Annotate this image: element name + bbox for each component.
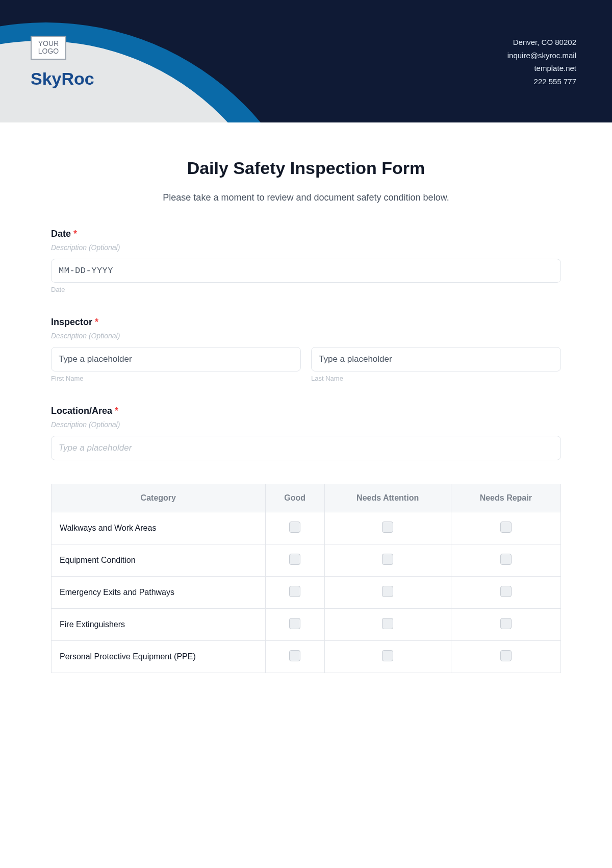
- date-input[interactable]: [51, 259, 561, 283]
- field-location: Location/Area * Description (Optional): [51, 406, 561, 460]
- contact-block: Denver, CO 80202 inquire@skyroc.mail tem…: [507, 36, 576, 88]
- field-inspector: Inspector * Description (Optional) First…: [51, 317, 561, 382]
- field-date: Date * Description (Optional) Date: [51, 229, 561, 293]
- table-row: Fire Extinguishers: [52, 609, 561, 641]
- checkbox-cell: [265, 609, 324, 641]
- checkbox-cell: [324, 544, 451, 577]
- contact-email: inquire@skyroc.mail: [507, 49, 576, 62]
- category-cell: Fire Extinguishers: [52, 609, 266, 641]
- date-label-text: Date: [51, 229, 71, 239]
- checkbox-cell: [451, 544, 560, 577]
- location-desc: Description (Optional): [51, 420, 561, 429]
- checkbox[interactable]: [289, 618, 300, 629]
- checkbox[interactable]: [500, 554, 512, 565]
- inspector-label-text: Inspector: [51, 317, 92, 327]
- checkbox[interactable]: [500, 618, 512, 629]
- category-cell: Equipment Condition: [52, 544, 266, 577]
- logo-text-line1: YOUR: [38, 39, 59, 47]
- table-row: Personal Protective Equipment (PPE): [52, 641, 561, 673]
- checkbox-cell: [265, 512, 324, 544]
- checkbox-cell: [265, 544, 324, 577]
- checkbox-cell: [265, 577, 324, 609]
- checkbox-cell: [451, 609, 560, 641]
- logo-placeholder: YOUR LOGO: [31, 36, 66, 60]
- category-cell: Personal Protective Equipment (PPE): [52, 641, 266, 673]
- checkbox[interactable]: [500, 522, 512, 533]
- logo-block: YOUR LOGO SkyRoc: [31, 36, 94, 89]
- contact-address: Denver, CO 80202: [507, 36, 576, 49]
- table-row: Emergency Exits and Pathways: [52, 577, 561, 609]
- form-title: Daily Safety Inspection Form: [51, 158, 561, 178]
- form-subtitle: Please take a moment to review and docum…: [51, 192, 561, 203]
- checkbox[interactable]: [289, 554, 300, 565]
- required-icon: *: [115, 406, 118, 416]
- checkbox-cell: [324, 512, 451, 544]
- checkbox-cell: [451, 641, 560, 673]
- checkbox[interactable]: [382, 650, 393, 661]
- date-sublabel: Date: [51, 286, 561, 293]
- last-name-input[interactable]: [311, 347, 561, 371]
- checkbox[interactable]: [500, 586, 512, 597]
- col-good: Good: [265, 484, 324, 512]
- contact-phone: 222 555 777: [507, 75, 576, 88]
- checkbox-cell: [324, 641, 451, 673]
- first-name-input[interactable]: [51, 347, 301, 371]
- checkbox[interactable]: [382, 618, 393, 629]
- checklist-table: Category Good Needs Attention Needs Repa…: [51, 484, 561, 673]
- location-input[interactable]: [51, 436, 561, 460]
- col-needs-repair: Needs Repair: [451, 484, 560, 512]
- category-cell: Emergency Exits and Pathways: [52, 577, 266, 609]
- inspector-label: Inspector *: [51, 317, 561, 328]
- first-name-sublabel: First Name: [51, 375, 301, 382]
- table-row: Walkways and Work Areas: [52, 512, 561, 544]
- checkbox-cell: [265, 641, 324, 673]
- checkbox-cell: [324, 609, 451, 641]
- checkbox-cell: [451, 512, 560, 544]
- checkbox[interactable]: [382, 554, 393, 565]
- logo-text-line2: LOGO: [38, 47, 59, 55]
- checkbox[interactable]: [382, 522, 393, 533]
- table-row: Equipment Condition: [52, 544, 561, 577]
- required-icon: *: [95, 317, 98, 327]
- checkbox-cell: [324, 577, 451, 609]
- checkbox-cell: [451, 577, 560, 609]
- header-banner: YOUR LOGO SkyRoc Denver, CO 80202 inquir…: [0, 0, 612, 122]
- checkbox[interactable]: [289, 586, 300, 597]
- col-needs-attention: Needs Attention: [324, 484, 451, 512]
- table-header-row: Category Good Needs Attention Needs Repa…: [52, 484, 561, 512]
- checkbox[interactable]: [289, 522, 300, 533]
- date-desc: Description (Optional): [51, 243, 561, 252]
- form-content: Daily Safety Inspection Form Please take…: [0, 122, 612, 704]
- checkbox[interactable]: [289, 650, 300, 661]
- last-name-sublabel: Last Name: [311, 375, 561, 382]
- checkbox[interactable]: [382, 586, 393, 597]
- location-label: Location/Area *: [51, 406, 561, 416]
- category-cell: Walkways and Work Areas: [52, 512, 266, 544]
- inspector-desc: Description (Optional): [51, 332, 561, 340]
- contact-website: template.net: [507, 62, 576, 75]
- checkbox[interactable]: [500, 650, 512, 661]
- date-label: Date *: [51, 229, 561, 239]
- required-icon: *: [73, 229, 77, 239]
- location-label-text: Location/Area: [51, 406, 112, 416]
- col-category: Category: [52, 484, 266, 512]
- brand-name: SkyRoc: [31, 69, 94, 89]
